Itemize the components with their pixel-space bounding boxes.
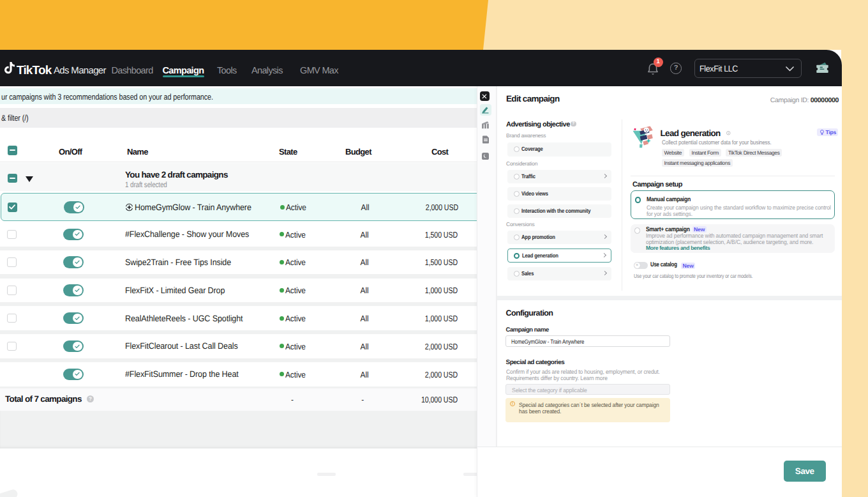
special-categories-select[interactable]: Select the category if applicable [505, 384, 670, 395]
row-checkbox[interactable] [7, 257, 17, 267]
smart-campaign-option[interactable]: Smart+ campaign New Improve ad performan… [631, 224, 835, 254]
banner-text: ur campaigns with 3 recommendations base… [1, 92, 213, 102]
smart-more-link[interactable]: More features and benefits [646, 245, 710, 251]
chevron-right-icon [602, 173, 606, 178]
table-header: On/Off Name State Budget Cost [0, 128, 477, 162]
nav-item-dashboard[interactable]: Dashboard [112, 66, 153, 76]
table-row[interactable]: #FlexChallenge - Show your MovesActiveAl… [0, 222, 477, 247]
cost-cell: 1,500 USD [395, 257, 458, 267]
smart-radio[interactable] [634, 227, 641, 234]
active-state-dot [280, 288, 284, 293]
row-checkbox[interactable] [7, 286, 17, 295]
collapse-caret-icon[interactable] [26, 176, 33, 182]
objective-label: App promotion [521, 234, 555, 240]
objective-item-sales[interactable]: Sales [507, 267, 611, 281]
use-catalog-toggle[interactable]: × [634, 262, 648, 269]
business-center-icon[interactable] [816, 61, 829, 75]
notifications-button[interactable]: 1 [646, 57, 665, 77]
save-button[interactable]: Save [784, 461, 827, 482]
objective-card: Edit campaign Campaign ID: 00000000 Adve… [497, 86, 842, 296]
account-dropdown[interactable]: FlexFit LLC [694, 59, 802, 78]
table-row[interactable]: FlexFitClearout - Last Call DealsActiveA… [0, 334, 477, 358]
objective-item-traffic[interactable]: Traffic [507, 170, 611, 184]
row-toggle[interactable] [63, 312, 84, 325]
table-row[interactable]: HomeGymGlow - Train AnywhereActiveAll2,0… [1, 193, 484, 221]
chevron-right-icon [602, 234, 606, 238]
budget-cell: All [358, 203, 372, 212]
column-header-cost[interactable]: Cost [431, 147, 448, 157]
detail-tag: Instant Form [689, 149, 722, 157]
table-row[interactable]: #FlexFitSummer - Drop the HeatActiveAll2… [0, 362, 477, 386]
objective-item-interaction-with-the-community[interactable]: Interaction with the community [507, 204, 611, 218]
row-checkbox[interactable] [7, 314, 17, 323]
manual-radio[interactable] [635, 197, 641, 203]
rail-document-tab[interactable] [480, 134, 491, 145]
row-checkbox[interactable] [7, 230, 17, 240]
manual-campaign-option[interactable]: Manual campaign Create your campaign usi… [631, 190, 835, 219]
edit-campaign-drawer: Edit campaign Campaign ID: 00000000 Adve… [477, 86, 842, 497]
row-checkbox[interactable] [8, 203, 17, 212]
row-toggle[interactable] [63, 229, 84, 241]
objective-item-video-views[interactable]: Video views [507, 187, 611, 201]
table-row[interactable]: FlexFitX - Limited Gear DropActiveAll1,0… [0, 279, 477, 303]
chevron-right-icon [601, 253, 606, 257]
tips-button[interactable]: Tips [817, 128, 838, 137]
row-checkbox[interactable] [7, 342, 17, 351]
toggle-knob [73, 203, 83, 212]
nav-item-tools[interactable]: Tools [217, 66, 237, 76]
objective-label: Traffic [521, 173, 535, 180]
background-dash [317, 473, 336, 476]
search-filter-bar[interactable]: & filter (/) [0, 108, 477, 128]
total-help-icon[interactable]: ? [87, 395, 94, 402]
row-toggle[interactable] [63, 369, 84, 381]
manual-desc: Create your campaign using the standard … [647, 204, 833, 218]
objective-item-app-promotion[interactable]: App promotion [507, 231, 611, 245]
lead-generation-illustration [632, 126, 654, 148]
nav-item-gmv-max[interactable]: GMV Max [300, 66, 338, 76]
table-row[interactable]: RealAthleteReels - UGC SpotlightActiveAl… [0, 306, 477, 330]
cost-cell: 2,000 USD [395, 342, 458, 351]
detail-tag: Instant messaging applications [662, 159, 733, 167]
nav-active-underline [163, 75, 204, 77]
column-header-onoff[interactable]: On/Off [59, 147, 82, 157]
rail-edit-tab[interactable] [480, 104, 491, 116]
campaign-name-value: HomeGymGlow - Train Anywhere [511, 339, 584, 345]
catalog-new-badge: New [681, 263, 695, 270]
objective-item-coverage[interactable]: Coverage [507, 142, 611, 157]
row-toggle[interactable] [63, 256, 84, 268]
rail-comment-tab[interactable] [480, 150, 491, 162]
campaign-name: Swipe2Train - Free Tips Inside [125, 257, 231, 267]
select-all-checkbox[interactable] [8, 146, 17, 155]
table-row[interactable]: Swipe2Train - Free Tips InsideActiveAll1… [0, 250, 477, 275]
nav-item-analysis[interactable]: Analysis [251, 66, 283, 76]
state-text: Active [285, 342, 306, 351]
column-header-name[interactable]: Name [127, 147, 148, 157]
configuration-heading: Configuration [506, 309, 553, 317]
draft-star-icon [125, 203, 133, 211]
rail-chart-tab[interactable] [480, 119, 491, 130]
horizontal-divider [631, 176, 835, 176]
column-header-budget[interactable]: Budget [345, 147, 371, 157]
help-button[interactable]: ? [670, 63, 682, 74]
total-budget: - [361, 395, 364, 404]
nav-item-campaign[interactable]: Campaign [163, 66, 204, 76]
active-state-dot [280, 232, 284, 236]
objective-item-lead-generation[interactable]: Lead generation [507, 249, 611, 263]
close-button[interactable] [480, 91, 490, 101]
row-toggle[interactable] [63, 284, 84, 296]
draft-group-row[interactable]: You have 2 draft campaigns 1 draft selec… [0, 163, 477, 191]
budget-cell: All [357, 286, 371, 295]
detail-title: Lead generation [661, 128, 721, 138]
objective-help-icon[interactable]: ? [571, 121, 576, 127]
total-label: Total of 7 campaigns [5, 394, 82, 404]
objective-radio [514, 253, 520, 259]
campaign-name-input[interactable]: HomeGymGlow - Train Anywhere [505, 335, 670, 347]
campaign-name: #FlexChallenge - Show your Moves [125, 229, 249, 239]
row-toggle[interactable] [63, 340, 84, 353]
column-header-state[interactable]: State [279, 147, 297, 157]
row-toggle[interactable] [64, 201, 84, 213]
draft-group-checkbox[interactable] [8, 174, 17, 183]
bar-chart-icon [481, 121, 490, 129]
cost-cell: 2,000 USD [396, 203, 458, 212]
campaign-name: RealAthleteReels - UGC Spotlight [125, 314, 243, 323]
